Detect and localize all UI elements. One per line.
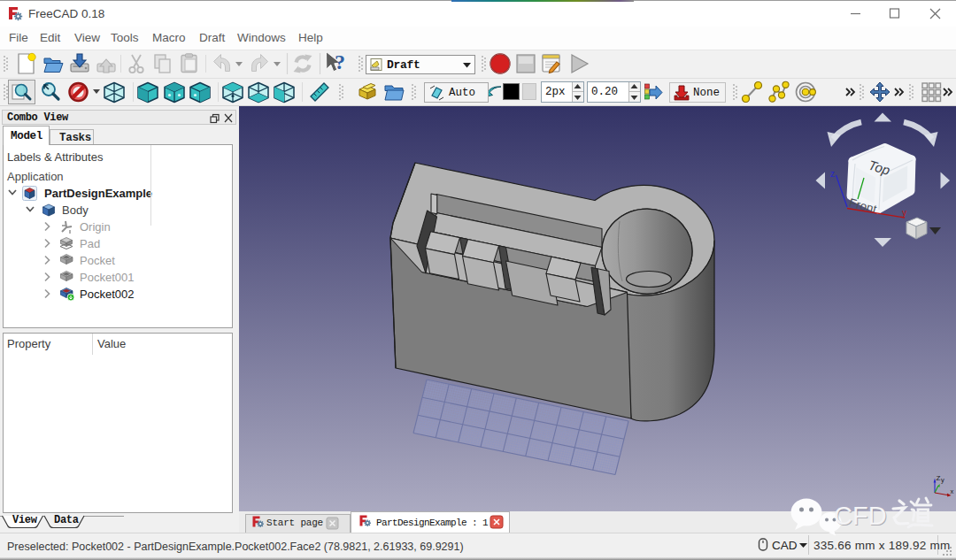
svg-text:y: y [941, 476, 944, 484]
svg-text:?: ? [335, 50, 345, 73]
svg-text:y: y [902, 208, 906, 218]
svg-text:Z: Z [937, 474, 941, 482]
svg-text:CFD: CFD [834, 502, 887, 530]
svg-text:z: z [830, 169, 835, 179]
